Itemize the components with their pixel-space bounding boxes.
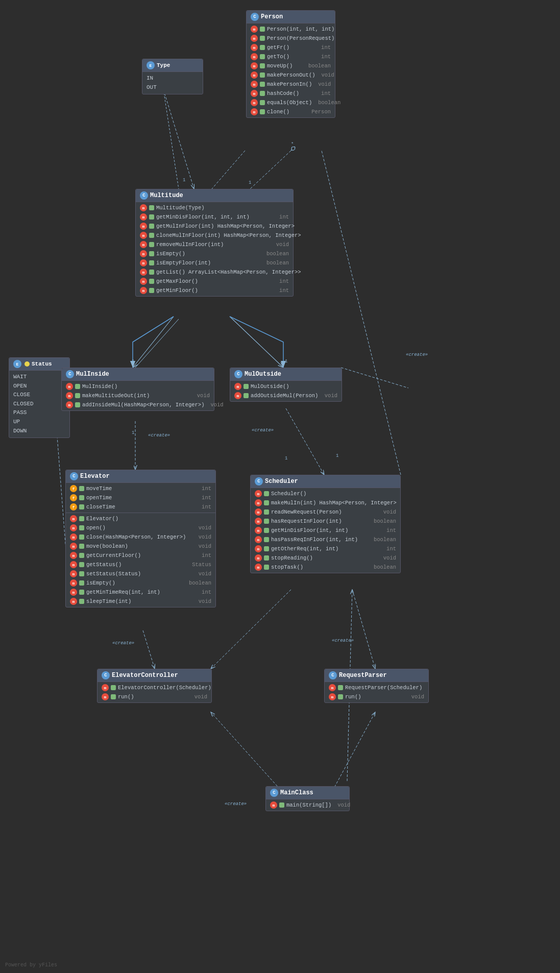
status-dot [25, 361, 30, 367]
method-icon: m [140, 232, 147, 239]
svg-line-11 [352, 590, 375, 669]
lock-icon [260, 82, 265, 87]
class-type-name: Type [157, 62, 170, 68]
svg-text:1: 1 [285, 456, 287, 461]
method-icon: m [140, 213, 147, 221]
type-val-in: IN [147, 74, 199, 83]
class-scheduler-body: m Scheduler() m makeMulIn(int) HashMap<P… [251, 488, 400, 573]
create-label-1: «create» [148, 433, 170, 438]
multitude-member-3: m cloneMulInFloor(int) HashMap<Person, I… [136, 231, 293, 240]
svg-text:*: * [291, 142, 294, 147]
elevator-member-0: m Elevator() [66, 514, 215, 523]
method-icon: m [251, 90, 258, 97]
mainclass-member-0: m main(String[]) void [266, 800, 349, 810]
lock-icon [79, 571, 84, 576]
status-val-wait: WAIT [13, 373, 65, 382]
method-icon: m [70, 589, 77, 596]
lock-icon [264, 519, 269, 524]
class-requestparser-name: RequestParser [339, 672, 387, 679]
svg-text:1: 1 [132, 430, 134, 435]
class-elevator-header: C Elevator [66, 470, 215, 483]
elevator-member-6: m setStatus(Status) void [66, 569, 215, 578]
class-person: C Person m Person(int, int, int) m Perso… [246, 10, 335, 118]
lock-icon [338, 685, 343, 690]
svg-text:1: 1 [132, 359, 134, 364]
lock-icon [260, 91, 265, 96]
lock-icon [264, 500, 269, 505]
multitude-member-2: m getMulInFloor(int) HashMap<Person, Int… [136, 222, 293, 231]
requestparser-member-1: m run() void [325, 692, 428, 701]
lock-icon [149, 205, 154, 210]
elevator-member-3: m move(boolean) void [66, 542, 215, 551]
lock-icon [260, 100, 265, 105]
lock-icon [75, 384, 80, 389]
method-icon: m [70, 561, 77, 568]
method-icon: m [70, 533, 77, 541]
multitude-member-8: m getMaxFloor() int [136, 277, 293, 286]
lock-icon [260, 109, 265, 114]
class-scheduler-header: C Scheduler [251, 475, 400, 488]
method-icon: m [234, 383, 241, 390]
type-val-out: OUT [147, 83, 199, 92]
class-muloutside-icon: C [234, 370, 242, 378]
class-elevatorcontroller-name: ElevatorController [112, 672, 178, 679]
class-mulinside-header: C MulInside [62, 368, 214, 381]
method-icon: m [251, 71, 258, 79]
person-member-7: m hashCode() int [247, 89, 335, 98]
method-icon: m [66, 401, 73, 408]
field-icon: f [70, 494, 77, 501]
lock-icon [111, 685, 116, 690]
lock-icon [75, 402, 80, 407]
method-icon: m [234, 392, 241, 399]
status-val-down: DOWN [13, 427, 65, 436]
scheduler-member-5: m hasPassReqInFloor(int, int) boolean [251, 535, 400, 544]
class-status-name: Status [32, 361, 52, 367]
lock-icon [264, 565, 269, 570]
class-elevator: C Elevator f moveTime int f openTime int… [65, 470, 216, 607]
lock-icon [149, 279, 154, 284]
method-icon: m [102, 693, 109, 700]
lock-icon [79, 590, 84, 595]
method-icon: m [70, 515, 77, 522]
lock-icon [149, 288, 154, 293]
svg-text:1: 1 [285, 359, 287, 364]
lock-icon [264, 537, 269, 542]
scheduler-member-2: m readNewRequest(Person) void [251, 507, 400, 517]
lock-icon [79, 504, 84, 509]
class-multitude: C Multitude m Multitude(Type) m getMinDi… [135, 189, 294, 297]
requestparser-member-0: m RequestParser(Scheduler) [325, 683, 428, 692]
person-member-0: m Person(int, int, int) [247, 25, 335, 34]
elevator-member-2: m close(HashMap<Person, Integer>) void [66, 532, 215, 542]
method-icon: m [329, 693, 336, 700]
class-elevatorcontroller: C ElevatorController m ElevatorControlle… [97, 669, 212, 703]
class-mulinside-body: m MulInside() m makeMultitudeOut(int) vo… [62, 381, 214, 410]
method-icon: m [255, 518, 262, 525]
class-muloutside: C MulOutside m MulOutside() m addOutside… [230, 368, 342, 402]
status-val-pass: PASS [13, 408, 65, 418]
scheduler-member-8: m stopTask() boolean [251, 563, 400, 572]
class-status-body: WAIT OPEN CLOSE CLOSED PASS UP DOWN [9, 371, 69, 437]
scheduler-member-6: m getOtherReq(int, int) int [251, 544, 400, 553]
svg-line-18 [212, 151, 245, 189]
method-icon: m [255, 564, 262, 571]
class-person-icon: C [251, 13, 259, 21]
lock-icon [149, 224, 154, 229]
method-icon: m [70, 524, 77, 531]
watermark-text: Powered by yFiles [5, 962, 57, 968]
method-icon: m [66, 392, 73, 399]
field-icon: f [70, 485, 77, 492]
svg-line-3 [163, 89, 194, 189]
class-elevatorcontroller-header: C ElevatorController [98, 669, 211, 682]
multitude-member-1: m getMinDisFloor(int, int, int) int [136, 212, 293, 222]
svg-line-19 [163, 89, 179, 189]
person-member-1: m Person(PersonRequest) [247, 34, 335, 43]
multitude-member-0: m Multitude(Type) [136, 203, 293, 212]
method-icon: m [140, 287, 147, 294]
lock-icon [79, 495, 84, 500]
class-mainclass-header: C MainClass [266, 787, 349, 799]
method-icon: m [70, 579, 77, 587]
method-icon: m [251, 81, 258, 88]
svg-line-8 [286, 408, 324, 475]
class-mainclass: C MainClass m main(String[]) void [265, 786, 350, 811]
lock-icon [79, 580, 84, 586]
